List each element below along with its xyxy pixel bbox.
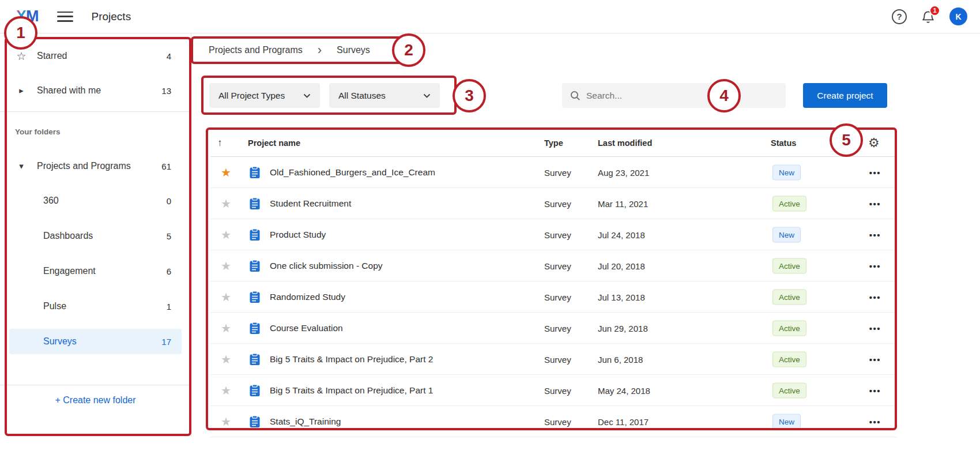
projects-page: X M Projects ? 1 K ☆ Starred 4 ▸ — [0, 0, 980, 473]
row-actions-menu-icon[interactable]: ••• — [864, 261, 887, 271]
row-actions-menu-icon[interactable]: ••• — [864, 385, 887, 395]
table-settings-gear-icon[interactable]: ⚙ — [868, 136, 880, 151]
table-row[interactable]: ★ Randomized Study Survey Jul 13, 2018 A… — [210, 281, 897, 313]
sidebar-folder[interactable]: Surveys 17 — [9, 329, 182, 354]
project-name[interactable]: Big 5 Traits & Impact on Prejudice, Part… — [270, 385, 433, 396]
chevron-down-icon — [303, 93, 311, 98]
survey-icon — [249, 166, 261, 179]
survey-icon — [249, 260, 261, 272]
star-icon[interactable]: ★ — [220, 166, 232, 179]
project-type: Survey — [544, 292, 571, 302]
status-badge: Active — [772, 320, 806, 336]
column-header-last-modified[interactable]: Last modified — [598, 138, 652, 148]
status-filter-dropdown[interactable]: All Statuses — [329, 83, 440, 108]
survey-icon — [249, 291, 261, 303]
table-row[interactable]: ★ Product Study Survey Jul 24, 2018 New … — [210, 219, 897, 250]
sidebar-folder-projects-and-programs[interactable]: ▾ Projects and Programs 61 — [9, 153, 182, 179]
project-name[interactable]: Product Study — [270, 230, 326, 240]
breadcrumb-separator-icon: › — [318, 44, 322, 57]
sidebar-item-label: 360 — [43, 196, 59, 206]
star-icon[interactable]: ★ — [220, 384, 232, 397]
table-row[interactable]: ★ Big 5 Traits & Impact on Prejudice, Pa… — [210, 344, 897, 375]
breadcrumb-projects-and-programs[interactable]: Projects and Programs — [209, 45, 303, 55]
project-name[interactable]: One click submission - Copy — [270, 261, 383, 271]
row-actions-menu-icon[interactable]: ••• — [864, 416, 887, 426]
project-name[interactable]: Old_Fashioned_Burgers_and_Ice_Cream — [270, 167, 435, 178]
row-actions-menu-icon[interactable]: ••• — [864, 230, 887, 239]
notification-badge: 1 — [929, 5, 940, 16]
survey-icon — [249, 415, 261, 428]
status-badge: Active — [772, 196, 806, 211]
last-modified-date: Dec 11, 2017 — [598, 416, 649, 426]
table-row[interactable]: ★ One click submission - Copy Survey Jul… — [210, 250, 897, 281]
table-row[interactable]: ★ Course Evaluation Survey Jun 29, 2018 … — [210, 313, 897, 344]
row-actions-menu-icon[interactable]: ••• — [864, 323, 887, 333]
star-icon[interactable]: ★ — [220, 290, 232, 304]
survey-icon — [249, 353, 261, 366]
create-project-button[interactable]: Create project — [803, 83, 887, 108]
row-actions-menu-icon[interactable]: ••• — [864, 167, 887, 177]
chevron-down-icon[interactable]: ▾ — [15, 161, 28, 171]
star-icon[interactable]: ★ — [220, 321, 232, 335]
sidebar-folder[interactable]: Dashboards 5 — [9, 223, 182, 249]
project-type: Survey — [544, 230, 571, 239]
avatar[interactable]: K — [949, 7, 967, 25]
last-modified-date: Mar 11, 2021 — [598, 198, 648, 208]
chevron-right-icon[interactable]: ▸ — [15, 85, 28, 96]
table-row[interactable]: ★ Stats_iQ_Training Survey Dec 11, 2017 … — [210, 406, 897, 437]
project-name[interactable]: Student Recruitment — [270, 198, 351, 209]
xm-logo[interactable]: X M — [16, 7, 39, 25]
notifications-bell-icon[interactable]: 1 — [921, 9, 936, 24]
column-header-project-name[interactable]: Project name — [248, 138, 300, 148]
table-row[interactable]: ★ Big 5 Traits & Impact on Prejudice, Pa… — [210, 375, 897, 406]
sidebar-item-label: Dashboards — [43, 231, 93, 241]
star-icon[interactable]: ★ — [220, 259, 232, 273]
search-bar[interactable] — [562, 83, 786, 108]
table-row[interactable]: ★ Student Recruitment Survey Mar 11, 202… — [210, 188, 897, 219]
create-new-folder-button[interactable]: + Create new folder — [9, 388, 182, 413]
table-body: ★ Old_Fashioned_Burgers_and_Ice_Cream Su… — [210, 157, 897, 437]
table-row[interactable]: ★ Old_Fashioned_Burgers_and_Ice_Cream Su… — [210, 157, 897, 188]
star-icon[interactable]: ★ — [220, 228, 232, 242]
row-actions-menu-icon[interactable]: ••• — [864, 354, 887, 364]
sidebar-item-starred[interactable]: ☆ Starred 4 — [9, 43, 182, 69]
sidebar-item-count: 6 — [167, 266, 171, 276]
breadcrumb-surveys[interactable]: Surveys — [337, 45, 370, 55]
column-header-type[interactable]: Type — [544, 138, 563, 148]
sidebar-divider — [0, 111, 191, 112]
projects-table: ↑ Project name Type Last modified Status… — [210, 130, 897, 437]
row-actions-menu-icon[interactable]: ••• — [864, 198, 887, 208]
project-type: Survey — [544, 261, 571, 271]
survey-icon — [249, 322, 261, 335]
sidebar-folder[interactable]: Engagement 6 — [9, 258, 182, 284]
table-header: ↑ Project name Type Last modified Status… — [210, 130, 897, 157]
column-header-status[interactable]: Status — [771, 138, 796, 148]
sidebar-item-count: 4 — [167, 51, 171, 61]
project-name[interactable]: Big 5 Traits & Impact on Prejudice, Part… — [270, 354, 433, 365]
project-type: Survey — [544, 354, 571, 364]
star-icon[interactable]: ★ — [220, 197, 232, 211]
sort-arrow-icon[interactable]: ↑ — [217, 137, 223, 149]
search-input[interactable] — [586, 91, 759, 101]
sidebar-item-count: 61 — [161, 162, 171, 171]
project-name[interactable]: Course Evaluation — [270, 323, 343, 333]
sidebar-item-shared-with-me[interactable]: ▸ Shared with me 13 — [9, 78, 182, 103]
star-icon[interactable]: ★ — [220, 352, 232, 366]
project-name[interactable]: Stats_iQ_Training — [270, 416, 341, 427]
last-modified-date: Jul 13, 2018 — [598, 292, 645, 302]
logo-letter-m: M — [26, 7, 39, 25]
annotation-circle-3: 3 — [453, 79, 486, 112]
last-modified-date: Jun 6, 2018 — [598, 354, 643, 364]
star-icon[interactable]: ★ — [220, 415, 232, 429]
hamburger-menu-icon[interactable] — [57, 11, 73, 22]
status-badge: New — [772, 414, 801, 429]
survey-icon — [249, 384, 261, 397]
chevron-down-icon — [423, 93, 431, 98]
sidebar-folder[interactable]: 360 0 — [9, 188, 182, 213]
last-modified-date: Aug 23, 2021 — [598, 167, 649, 177]
sidebar-folder[interactable]: Pulse 1 — [9, 294, 182, 319]
project-type-filter-dropdown[interactable]: All Project Types — [209, 83, 320, 108]
project-name[interactable]: Randomized Study — [270, 292, 345, 302]
row-actions-menu-icon[interactable]: ••• — [864, 292, 887, 302]
help-icon[interactable]: ? — [892, 9, 907, 24]
